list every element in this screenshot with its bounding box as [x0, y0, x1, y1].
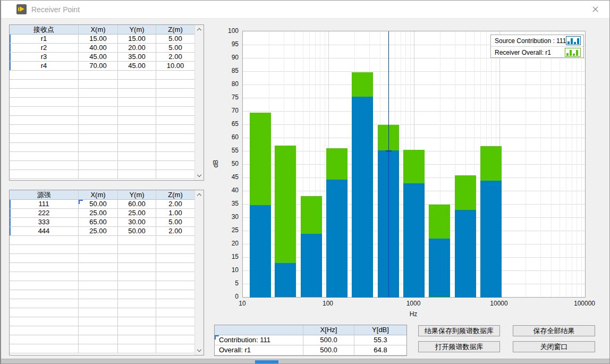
cell[interactable]: 60.00: [118, 200, 156, 209]
cell: [156, 125, 194, 134]
cell[interactable]: 15.00: [79, 35, 118, 44]
cell[interactable]: 222: [10, 209, 79, 218]
table-row-empty[interactable]: [10, 152, 194, 161]
cell[interactable]: 55.3: [354, 335, 406, 345]
save-all-results-button[interactable]: 保存全部结果: [513, 325, 595, 336]
table-row-empty[interactable]: [10, 317, 194, 326]
cell[interactable]: 2.00: [156, 53, 194, 62]
legend-item-source-contribution[interactable]: Source Contribution : 111: [491, 35, 583, 46]
table-row-empty[interactable]: [10, 143, 194, 152]
column-header: 源强: [10, 190, 79, 200]
table-row-empty[interactable]: [10, 89, 194, 98]
open-spectrum-db-button[interactable]: 打开频谱数据库: [418, 341, 500, 352]
cell[interactable]: 10.00: [156, 62, 194, 71]
cell[interactable]: 500.0: [303, 335, 354, 345]
table-row-empty[interactable]: [10, 236, 194, 245]
cell[interactable]: 64.8: [354, 345, 406, 355]
table-row-empty[interactable]: [10, 290, 194, 299]
cell[interactable]: 45.00: [79, 53, 118, 62]
table-row[interactable]: r115.0015.005.00: [10, 35, 194, 44]
scroll-down-icon[interactable]: [195, 171, 204, 180]
cell[interactable]: 20.00: [118, 44, 156, 53]
cell[interactable]: Contribution: 111: [215, 335, 303, 345]
table-row-empty[interactable]: [10, 281, 194, 290]
save-results-to-spectrum-db-button[interactable]: 结果保存到频谱数据库: [418, 325, 500, 336]
table-row[interactable]: r240.0020.005.00: [10, 44, 194, 53]
cell: [118, 116, 156, 125]
cell[interactable]: r2: [10, 44, 79, 53]
cell[interactable]: 333: [10, 218, 79, 227]
cell[interactable]: 5.00: [156, 35, 194, 44]
row-marker: [10, 53, 11, 61]
cell[interactable]: 25.00: [79, 209, 118, 218]
table-row-empty[interactable]: [10, 263, 194, 272]
row-marker: [10, 218, 11, 226]
table-row[interactable]: 11150.0060.002.00: [10, 200, 194, 209]
legend-label: Source Contribution : 111: [495, 37, 566, 45]
table-row-empty[interactable]: [10, 308, 194, 317]
scroll-down-icon[interactable]: [195, 346, 204, 355]
contribution-bar: [301, 234, 322, 297]
cell[interactable]: 2.00: [156, 227, 194, 236]
scroll-up-icon[interactable]: [195, 190, 204, 199]
cell[interactable]: 1.00: [156, 209, 194, 218]
cell[interactable]: Overall: r1: [215, 345, 303, 355]
cell[interactable]: 500.0: [303, 345, 354, 355]
table-row-empty[interactable]: [10, 71, 194, 80]
table-row-empty[interactable]: [10, 272, 194, 281]
close-window-button[interactable]: 关闭窗口: [513, 341, 595, 352]
table-row[interactable]: Overall: r1500.064.8: [215, 345, 406, 355]
column-header: Y(m): [118, 190, 156, 200]
table-row-empty[interactable]: [10, 326, 194, 335]
cursor-line[interactable]: [388, 31, 389, 297]
table-row-empty[interactable]: [10, 161, 194, 170]
spectrum-plot-area[interactable]: [242, 31, 586, 298]
cell[interactable]: 70.00: [79, 62, 118, 71]
cell[interactable]: 111: [10, 200, 79, 209]
cell[interactable]: 25.00: [118, 209, 156, 218]
table-row-empty[interactable]: [10, 98, 194, 107]
close-icon[interactable]: [587, 3, 603, 16]
legend-item-receiver-overall[interactable]: Receiver Overall: r1: [491, 46, 583, 58]
table-row[interactable]: 44425.0050.002.00: [10, 227, 194, 236]
table-row-empty[interactable]: [10, 107, 194, 116]
table-row-empty[interactable]: [10, 344, 194, 353]
cell[interactable]: 2.00: [156, 200, 194, 209]
cell[interactable]: 40.00: [79, 44, 118, 53]
table-row-empty[interactable]: [10, 299, 194, 308]
table-row[interactable]: 33365.0030.005.00: [10, 218, 194, 227]
cell[interactable]: 15.00: [118, 35, 156, 44]
table-row-empty[interactable]: [10, 245, 194, 254]
scroll-up-icon[interactable]: [195, 25, 204, 34]
contribution-bar: [480, 181, 502, 298]
source-table-scrollbar[interactable]: [194, 190, 204, 355]
table-row-empty[interactable]: [10, 170, 194, 179]
table-row-empty[interactable]: [10, 134, 194, 143]
cell[interactable]: r4: [10, 62, 79, 71]
cell[interactable]: 50.00: [118, 227, 156, 236]
cell[interactable]: r1: [10, 35, 79, 44]
cell: [118, 245, 156, 254]
table-row-empty[interactable]: [10, 80, 194, 89]
cell[interactable]: 50.00: [79, 200, 118, 209]
gridline-v-minor: [560, 31, 560, 297]
table-row-empty[interactable]: [10, 116, 194, 125]
table-row-empty[interactable]: [10, 335, 194, 344]
table-row[interactable]: r345.0035.002.00: [10, 53, 194, 62]
cell[interactable]: 5.00: [156, 218, 194, 227]
cell[interactable]: 45.00: [118, 62, 156, 71]
cell[interactable]: 5.00: [156, 44, 194, 53]
cell[interactable]: 65.00: [79, 218, 118, 227]
receiver-table-scrollbar[interactable]: [194, 25, 204, 180]
cell[interactable]: 25.00: [79, 227, 118, 236]
table-row-empty[interactable]: [10, 254, 194, 263]
table-row[interactable]: r470.0045.0010.00: [10, 62, 194, 71]
cell[interactable]: 30.00: [118, 218, 156, 227]
cell: [79, 344, 118, 353]
table-row[interactable]: Contribution: 111500.055.3: [215, 335, 406, 345]
table-row[interactable]: 22225.0025.001.00: [10, 209, 194, 218]
table-row-empty[interactable]: [10, 125, 194, 134]
cell[interactable]: 444: [10, 227, 79, 236]
cell[interactable]: r3: [10, 53, 79, 62]
cell[interactable]: 35.00: [118, 53, 156, 62]
